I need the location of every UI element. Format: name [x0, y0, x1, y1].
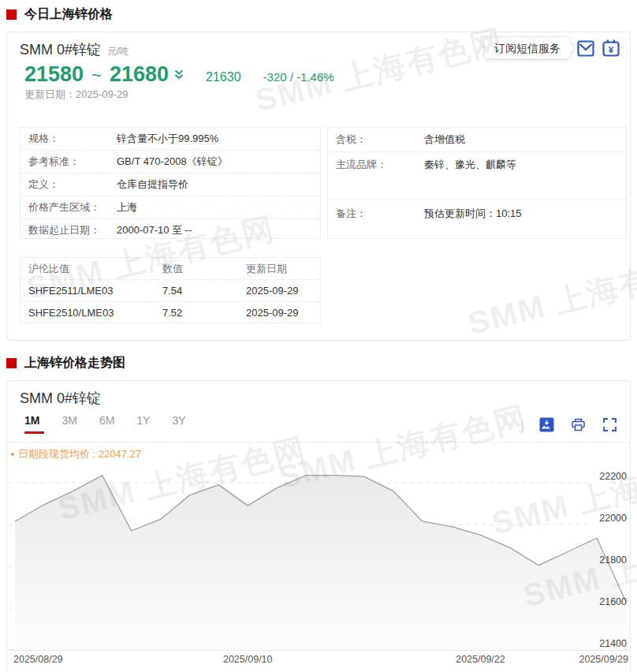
- toolbar-divider: [522, 419, 523, 431]
- spec-table: 规格：锌含量不小于99.995% 参考标准：GB/T 470-2008《锌锭》 …: [20, 127, 321, 239]
- update-date: 更新日期：2025-09-29: [24, 88, 129, 102]
- cell-ratio: 7.54: [162, 285, 246, 297]
- price-row: 21580 ~ 21680 21630 -320 / -1.46%: [24, 62, 334, 87]
- product-label: SMM 0#锌锭: [20, 42, 101, 58]
- product-name: SMM 0#锌锭元/吨: [20, 40, 129, 59]
- x-tick-label: 2025/09/22: [456, 654, 505, 665]
- shfe-lme-ratio-table: 沪伦比值 数值 更新日期 SHFE2511/LME03 7.54 2025-09…: [20, 257, 321, 323]
- cell-date: 2025-09-29: [246, 307, 320, 319]
- today-price-card: SMM 0#锌锭元/吨 订阅短信服务 ¥ 21580 ~ 21680: [6, 32, 631, 341]
- row-value: 锌含量不小于99.995%: [117, 132, 218, 146]
- row-label: 定义：: [20, 177, 117, 192]
- table-row: 规格：锌含量不小于99.995%: [20, 128, 320, 151]
- tab-1m[interactable]: 1M: [24, 414, 39, 434]
- price-subscribe-icon[interactable]: ¥: [602, 39, 620, 58]
- table-row: 备注：预估更新时间：10:15: [328, 200, 626, 237]
- price-average: 21630: [206, 70, 241, 84]
- range-tabs: 1M 3M 6M 1Y 3Y: [24, 414, 186, 434]
- chart-canvas: 22200220002180021600214002025/08/292025/…: [9, 460, 628, 672]
- row-value: 含增值税: [424, 133, 465, 147]
- row-value: 仓库自提指导价: [117, 177, 188, 192]
- row-value: GB/T 470-2008《锌锭》: [117, 155, 228, 169]
- column-header: 更新日期: [246, 262, 320, 276]
- price-low: 21580: [24, 62, 84, 87]
- page-title: 今日上海锌价格: [24, 6, 113, 23]
- page: SMM 上海有色网 SMM 上海有色网 SMM 上海有色网 SMM 上海有色网 …: [0, 0, 637, 672]
- price-unit: 元/吨: [107, 46, 129, 57]
- section-header-today-price: 今日上海锌价格: [6, 6, 113, 23]
- row-label: 规格：: [20, 132, 117, 146]
- table-row: 数据起止日期：2000-07-10 至 --: [20, 219, 320, 241]
- legend-dot-icon: [11, 453, 14, 456]
- column-header: 沪伦比值: [20, 262, 162, 276]
- tab-3m[interactable]: 3M: [61, 414, 76, 434]
- sms-subscribe-icon[interactable]: [576, 39, 595, 58]
- fullscreen-icon[interactable]: [602, 417, 617, 432]
- cell-contract: SHFE2510/LME03: [20, 307, 162, 319]
- x-tick-label: 2025/09/10: [223, 654, 273, 665]
- x-tick-label: 2025/08/29: [13, 654, 63, 665]
- price-trend-chart[interactable]: 22200220002180021600214002025/08/292025/…: [9, 460, 628, 672]
- y-tick-label: 21400: [599, 638, 627, 649]
- tab-6m[interactable]: 6M: [99, 414, 114, 434]
- trend-down-icon: [174, 69, 184, 83]
- table-row: SHFE2511/LME03 7.54 2025-09-29: [20, 280, 320, 302]
- trend-chart-card: SMM 0#锌锭 1M 3M 6M 1Y 3Y: [6, 380, 631, 672]
- row-value: 秦锌、豫光、麒麟等: [424, 158, 516, 172]
- row-value: 预估更新时间：10:15: [424, 207, 522, 221]
- column-header: 数值: [162, 262, 246, 276]
- row-label: 数据起止日期：: [20, 223, 117, 237]
- row-value: 2000-07-10 至 --: [117, 223, 192, 237]
- tab-3y[interactable]: 3Y: [172, 414, 185, 434]
- table-row: 参考标准：GB/T 470-2008《锌锭》: [20, 151, 320, 174]
- subscribe-tooltip-text: 订阅短信服务: [494, 42, 561, 54]
- y-tick-label: 22200: [599, 471, 627, 482]
- tab-1y[interactable]: 1Y: [136, 414, 150, 434]
- update-date-label: 更新日期：: [24, 88, 76, 100]
- tabs-separator: [8, 442, 629, 442]
- info-table: 含税：含增值税 主流品牌：秦锌、豫光、麒麟等 备注：预估更新时间：10:15: [327, 127, 627, 239]
- row-label: 含税：: [328, 133, 424, 147]
- cell-contract: SHFE2511/LME03: [20, 285, 162, 297]
- table-row: SHFE2510/LME03 7.52 2025-09-29: [20, 302, 320, 323]
- y-tick-label: 22000: [599, 513, 627, 524]
- row-label: 备注：: [328, 207, 424, 221]
- table-row: 含税：含增值税: [328, 128, 626, 152]
- price-range-tilde: ~: [91, 65, 102, 86]
- save-image-icon[interactable]: [539, 417, 554, 432]
- price-high: 21680: [110, 62, 169, 87]
- table-row: 主流品牌：秦锌、豫光、麒麟等: [328, 152, 626, 200]
- chart-toolbar: [522, 417, 617, 432]
- red-square-bullet: [6, 358, 17, 368]
- cell-ratio: 7.52: [162, 307, 246, 319]
- row-label: 参考标准：: [20, 155, 117, 169]
- table-header-row: 沪伦比值 数值 更新日期: [20, 258, 320, 280]
- price-change: -320 / -1.46%: [263, 70, 334, 84]
- x-tick-label: 2025/09/29: [579, 654, 628, 665]
- y-tick-label: 21800: [599, 554, 627, 566]
- svg-text:¥: ¥: [609, 45, 614, 54]
- row-label: 主流品牌：: [328, 158, 424, 172]
- chart-section-title: 上海锌价格走势图: [24, 355, 125, 371]
- cell-date: 2025-09-29: [246, 285, 320, 297]
- print-icon[interactable]: [571, 417, 586, 432]
- row-label: 价格产生区域：: [20, 200, 117, 215]
- update-date-value: 2025-09-29: [76, 88, 129, 100]
- chart-product-name: SMM 0#锌锭: [20, 389, 101, 408]
- y-tick-label: 21600: [599, 596, 627, 607]
- section-header-trend-chart: 上海锌价格走势图: [6, 355, 125, 371]
- subscribe-tooltip: 订阅短信服务: [485, 38, 570, 58]
- table-row: 价格产生区域：上海: [20, 196, 320, 219]
- row-value: 上海: [117, 200, 137, 215]
- table-row: 定义：仓库自提指导价: [20, 174, 320, 196]
- tooltip-arrow: [565, 43, 574, 52]
- red-square-bullet: [6, 9, 17, 20]
